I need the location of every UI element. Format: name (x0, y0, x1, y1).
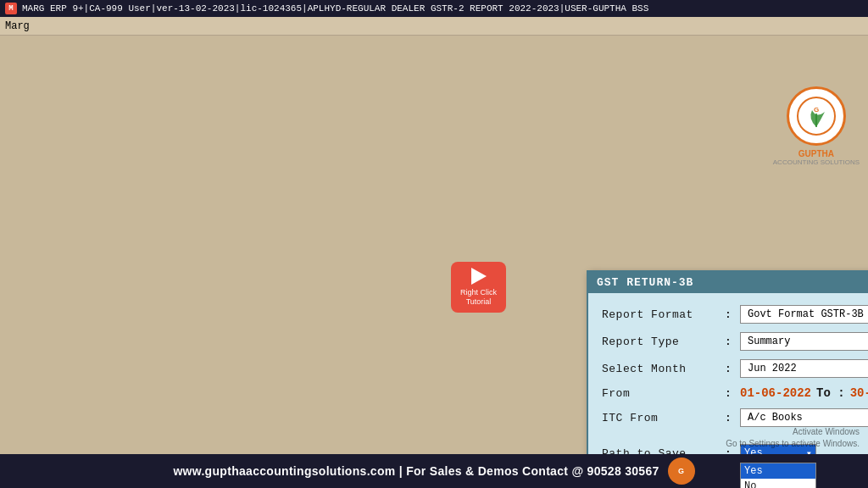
report-format-select[interactable]: Govt Format GSTR-3B (740, 305, 868, 324)
itc-from-row: ITC From : A/c Books (602, 408, 868, 427)
footer-logo: G (668, 458, 695, 485)
itc-from-select[interactable]: A/c Books (740, 408, 868, 427)
itc-from-label: ITC From (602, 412, 725, 424)
yt-label: Right Click Tutorial (460, 288, 497, 307)
dialog-title: GST RETURN-3B (588, 272, 868, 293)
dropdown-option-yes-1[interactable]: Yes (741, 463, 815, 479)
guptha-subtitle: ACCOUNTING SOLUTIONS (773, 158, 860, 166)
menu-marg[interactable]: Marg (5, 20, 30, 32)
colon4: : (725, 387, 740, 400)
menu-bar: Marg (0, 17, 868, 36)
title-bar: M MARG ERP 9+|CA-999 User|ver-13-02-2023… (0, 0, 868, 17)
guptha-name: GUPTHA (773, 149, 860, 158)
title-bar-text: MARG ERP 9+|CA-999 User|ver-13-02-2023|l… (22, 3, 648, 14)
youtube-button[interactable]: Right Click Tutorial (451, 262, 506, 313)
footer-bar: www.gupthaaccountingsolutions.com | For … (0, 454, 868, 488)
guptha-circle: G (787, 86, 846, 146)
path-to-save-dropdown-list: Yes No (740, 463, 816, 488)
date-range: 01-06-2022 To : 30-06-2022 (740, 386, 868, 400)
activate-windows-line2: Go to Settings to activate Windows. (726, 438, 860, 450)
colon5: : (725, 412, 740, 424)
colon3: : (725, 363, 740, 375)
footer-text: www.gupthaaccountingsolutions.com | For … (173, 464, 659, 478)
select-month-select[interactable]: Jun 2022 (740, 359, 868, 378)
report-format-row: Report Format : Govt Format GSTR-3B (602, 305, 868, 324)
from-label: From (602, 387, 725, 400)
report-type-label: Report Type (602, 336, 725, 348)
colon2: : (725, 336, 740, 348)
select-month-row: Select Month : Jun 2022 (602, 359, 868, 378)
dropdown-option-no[interactable]: No (741, 479, 815, 488)
guptha-svg-icon: G (795, 95, 837, 137)
from-to-row: From : 01-06-2022 To : 30-06-2022 (602, 386, 868, 400)
activate-windows: Activate Windows Go to Settings to activ… (726, 426, 860, 450)
report-type-row: Report Type : Summary (602, 332, 868, 351)
guptha-logo: G GUPTHA ACCOUNTING SOLUTIONS (773, 86, 860, 166)
main-content: GST RETURN-3B Report Format : Govt Forma… (0, 36, 868, 454)
report-format-label: Report Format (602, 308, 725, 321)
app-icon: M (5, 3, 17, 14)
activate-windows-line1: Activate Windows (726, 426, 860, 438)
to-label: To : (816, 386, 845, 400)
to-date: 30-06-2022 (850, 386, 868, 400)
select-month-label: Select Month (602, 363, 725, 375)
report-type-select[interactable]: Summary (740, 332, 868, 351)
svg-text:G: G (814, 106, 819, 114)
colon1: : (725, 308, 740, 321)
from-date: 01-06-2022 (740, 386, 811, 400)
play-icon (471, 268, 487, 285)
